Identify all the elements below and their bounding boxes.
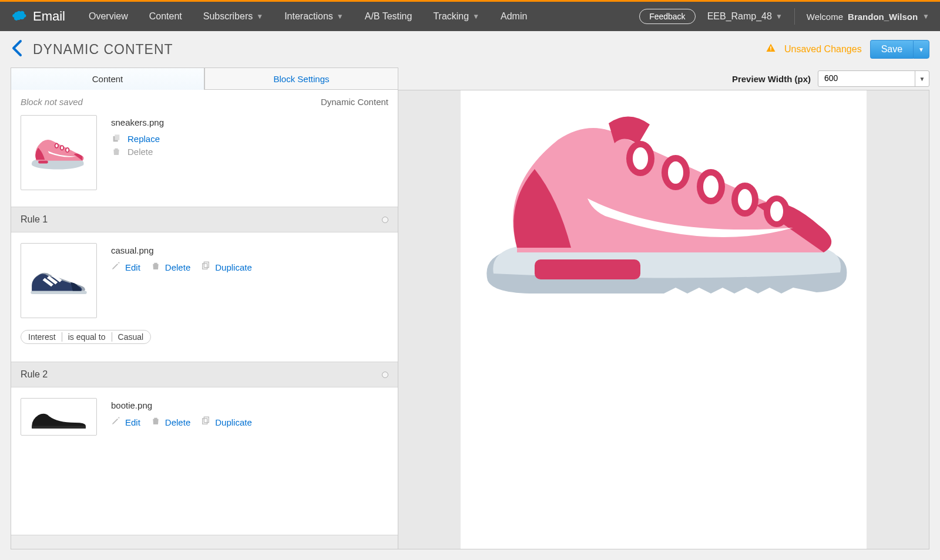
salesforce-cloud-icon (11, 9, 27, 23)
trash-icon (151, 416, 160, 428)
org-switcher[interactable]: EEB_Ramp_48▼ (707, 11, 783, 22)
svg-point-20 (668, 161, 683, 184)
rule-2-thumbnail[interactable] (21, 398, 97, 436)
svg-point-18 (633, 147, 648, 170)
cond-val: Casual (118, 332, 144, 342)
rule-2-file-name: bootie.png (111, 400, 252, 410)
chevron-down-icon: ▼ (337, 12, 344, 21)
preview-canvas (461, 90, 867, 549)
nav-subscribers[interactable]: Subscribers▼ (203, 11, 263, 22)
pencil-icon (111, 261, 120, 273)
preview-width-value: 600 (818, 71, 915, 86)
preview-width-label: Preview Width (px) (732, 74, 811, 84)
tab-content[interactable]: Content (11, 68, 204, 90)
svg-rect-10 (115, 134, 119, 140)
svg-point-7 (66, 149, 69, 151)
svg-point-24 (738, 189, 752, 210)
page-title: DYNAMIC CONTENT (33, 42, 173, 58)
default-content-block: sneakers.png Replace Delete (11, 112, 398, 207)
default-thumbnail[interactable] (21, 115, 97, 190)
feedback-button[interactable]: Feedback (639, 9, 695, 24)
workspace: Content Block Settings Block not saved D… (0, 68, 940, 560)
nav-items: Overview Content Subscribers▼ Interactio… (89, 11, 639, 22)
top-nav: Email Overview Content Subscribers▼ Inte… (0, 2, 940, 31)
app-title: Email (33, 9, 65, 24)
rule-1-duplicate[interactable]: Duplicate (215, 262, 252, 272)
cond-field: Interest (28, 332, 56, 342)
rule-2-body: bootie.png Edit Delete Duplicate (11, 387, 398, 436)
default-file-name: sneakers.png (111, 117, 164, 127)
preview-width-select[interactable]: 600 ▼ (818, 70, 929, 87)
svg-rect-15 (203, 419, 207, 424)
nav-content[interactable]: Content (149, 11, 182, 22)
chevron-down-icon: ▼ (776, 12, 783, 21)
nav-interactions[interactable]: Interactions▼ (284, 11, 344, 22)
svg-rect-1 (770, 49, 771, 50)
warning-icon (766, 43, 776, 56)
rule-2-duplicate[interactable]: Duplicate (215, 417, 252, 427)
tab-block-settings[interactable]: Block Settings (204, 68, 398, 90)
trash-icon (151, 261, 160, 273)
svg-rect-27 (535, 259, 640, 279)
svg-rect-13 (204, 262, 209, 267)
rule-1-edit[interactable]: Edit (125, 262, 140, 272)
svg-point-5 (61, 146, 63, 149)
replace-icon (111, 133, 122, 144)
preview-gutter-right (867, 90, 929, 549)
nav-overview[interactable]: Overview (89, 11, 128, 22)
rule-2-delete[interactable]: Delete (165, 417, 190, 427)
chevron-down-icon[interactable]: ▼ (915, 71, 929, 86)
save-dropdown-button[interactable]: ▼ (913, 40, 929, 59)
duplicate-icon (201, 416, 210, 428)
save-button[interactable]: Save (870, 40, 913, 59)
block-type-label: Dynamic Content (321, 97, 388, 107)
rule-2-radio[interactable] (382, 372, 388, 378)
svg-point-3 (56, 144, 58, 147)
left-panel: Content Block Settings Block not saved D… (11, 68, 398, 549)
preview-sneaker-image (464, 104, 864, 316)
rule-2-title: Rule 2 (21, 369, 48, 380)
nav-tracking[interactable]: Tracking▼ (433, 11, 479, 22)
user-menu[interactable]: Welcome Brandon_Wilson ▼ (807, 12, 929, 22)
page-header: DYNAMIC CONTENT Unsaved Changes Save ▼ (0, 31, 940, 68)
back-arrow-icon[interactable] (11, 39, 24, 60)
nav-admin[interactable]: Admin (501, 11, 527, 22)
rule-1-radio[interactable] (382, 217, 388, 223)
preview-area (398, 90, 929, 549)
svg-point-26 (770, 201, 783, 221)
rule-2-edit[interactable]: Edit (125, 417, 140, 427)
nav-divider (794, 8, 795, 25)
rule-1-file-name: casual.png (111, 245, 252, 255)
pencil-icon (111, 416, 120, 428)
rule-2-header[interactable]: Rule 2 (11, 362, 398, 387)
svg-rect-8 (38, 161, 48, 164)
svg-point-22 (703, 176, 719, 198)
panel-footer-strip (11, 535, 398, 549)
rule-1-delete[interactable]: Delete (165, 262, 190, 272)
unsaved-changes-label: Unsaved Changes (784, 44, 862, 55)
delete-disabled: Delete (127, 147, 153, 157)
chevron-down-icon: ▼ (472, 12, 479, 21)
rule-1-header[interactable]: Rule 1 (11, 207, 398, 232)
rule-1-body: casual.png Edit Delete Duplicate (11, 232, 398, 324)
chevron-down-icon: ▼ (256, 12, 263, 21)
block-not-saved-label: Block not saved (21, 97, 83, 107)
svg-rect-11 (31, 291, 86, 294)
condition-pill[interactable]: Interest is equal to Casual (21, 330, 151, 344)
svg-rect-12 (203, 264, 207, 269)
rule-1-title: Rule 1 (21, 214, 48, 225)
svg-rect-0 (770, 46, 771, 49)
svg-rect-14 (32, 426, 86, 429)
rule-1-condition: Interest is equal to Casual (11, 324, 398, 362)
preview-gutter-left (398, 90, 461, 549)
replace-link[interactable]: Replace (127, 134, 160, 144)
svg-rect-16 (204, 417, 209, 422)
content-panel: Block not saved Dynamic Content (11, 90, 398, 549)
rule-1-thumbnail[interactable] (21, 243, 97, 318)
chevron-down-icon: ▼ (922, 12, 929, 21)
trash-icon (111, 146, 122, 157)
duplicate-icon (201, 261, 210, 273)
cond-op: is equal to (68, 332, 106, 342)
right-panel: Preview Width (px) 600 ▼ (398, 68, 929, 549)
nav-ab-testing[interactable]: A/B Testing (365, 11, 412, 22)
